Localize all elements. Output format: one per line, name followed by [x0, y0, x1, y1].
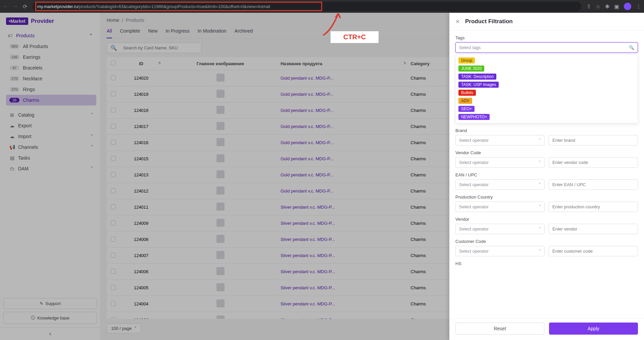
menu-icon[interactable]: ⋮ [636, 3, 641, 10]
tags-select[interactable]: Select tags 🔍 [455, 42, 638, 53]
chevron-down-icon: ˅ [539, 226, 541, 231]
tag-option[interactable]: JUNE 2020 [458, 66, 484, 72]
reset-button[interactable]: Reset [455, 323, 544, 335]
tags-label: Tags [455, 35, 638, 40]
profile-avatar[interactable] [624, 3, 631, 10]
nav-back-icon[interactable]: ← [3, 3, 8, 10]
filter-input[interactable] [549, 246, 638, 256]
operator-select[interactable]: Select operator˅ [455, 246, 545, 256]
annotation-url-highlight [35, 2, 322, 11]
operator-select[interactable]: Select operator˅ [455, 202, 545, 212]
operator-select[interactable]: Select operator˅ [455, 157, 545, 168]
apply-button[interactable]: Apply [549, 323, 638, 335]
search-icon: 🔍 [629, 45, 634, 50]
chevron-down-icon: ˅ [539, 160, 541, 165]
share-icon[interactable]: ⇧ [587, 3, 591, 10]
filter-input[interactable] [549, 135, 638, 145]
tags-dropdown: GroupJUNE 2020TASK: DescriptionTASK: USP… [455, 54, 638, 123]
filter-label: Customer Code [455, 239, 638, 244]
operator-select[interactable]: Select operator˅ [455, 224, 545, 234]
tag-option[interactable]: NEWPHOTO+ [458, 114, 490, 120]
filter-label: Production Country [455, 195, 638, 200]
close-icon[interactable]: ✕ [455, 18, 460, 25]
tag-option[interactable]: TASK: Description [458, 74, 496, 80]
filter-title: Product Filtration [465, 18, 513, 25]
chevron-down-icon: ˅ [539, 138, 541, 143]
chevron-down-icon: ˅ [539, 204, 541, 209]
tag-option[interactable]: TASK: USP Images [458, 82, 499, 88]
filter-label: EAN / UPC [455, 172, 638, 177]
extensions-icon[interactable]: ✱ [605, 3, 609, 10]
chevron-down-icon: ˅ [539, 249, 541, 254]
filter-label: Brand [455, 128, 638, 133]
filter-input[interactable] [549, 157, 638, 168]
tag-option[interactable]: ADV [458, 98, 472, 104]
tag-option[interactable]: Bullets [458, 90, 476, 96]
operator-select[interactable]: Select operator˅ [455, 179, 545, 190]
nav-forward-icon[interactable]: → [13, 3, 18, 10]
hs-label: HS [455, 261, 638, 266]
filter-label: Vendor [455, 217, 638, 222]
filter-input[interactable] [549, 179, 638, 190]
operator-select[interactable]: Select operator˅ [455, 135, 545, 145]
filter-label: Vendor Code [455, 150, 638, 155]
chevron-down-icon: ˅ [539, 182, 541, 187]
nav-reload-icon[interactable]: ⟳ [23, 3, 27, 10]
filter-panel: ✕ Product Filtration Tags Select tags 🔍 … [449, 13, 644, 340]
star-icon[interactable]: ☆ [596, 3, 600, 10]
filter-input[interactable] [549, 224, 638, 234]
window-icon[interactable]: ▣ [614, 3, 619, 10]
annotation-shortcut: CTR+C [331, 31, 379, 43]
filter-input[interactable] [549, 202, 638, 212]
tag-option[interactable]: Group [458, 57, 475, 63]
tag-option[interactable]: SEO+ [458, 106, 475, 112]
